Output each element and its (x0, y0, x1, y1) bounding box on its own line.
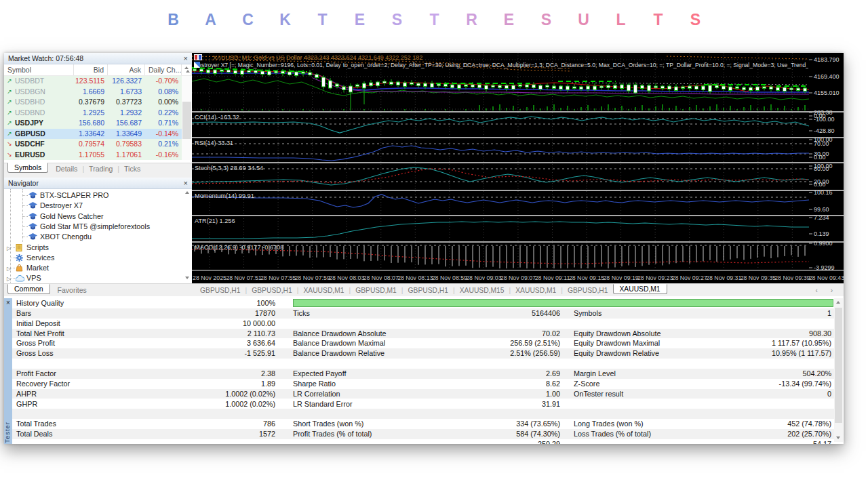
tab-scroll-arrows[interactable]: ‹ › (816, 287, 838, 294)
navigator-tab[interactable]: Favorites (53, 286, 92, 294)
market-watch-tab[interactable]: Trading (84, 165, 117, 173)
metric-label: Total Deals (16, 429, 52, 439)
scroll-up-icon[interactable] (184, 66, 189, 69)
navigator-item-label: Market (26, 263, 49, 273)
close-icon[interactable]: × (6, 299, 10, 306)
chart-tab[interactable]: GBPUSD,H1 (195, 287, 245, 294)
chart-tab[interactable]: GBPUSD,H1 (403, 287, 454, 294)
market-watch-row[interactable]: ↗USDBND1.29251.29320.22% (4, 108, 182, 119)
ask-value: 156.687 (108, 118, 145, 129)
market-watch-row[interactable]: ↘USDCHF0.795740.795830.21% (4, 139, 182, 150)
metric-value: 1 (697, 308, 831, 319)
title-letter: R (453, 11, 490, 29)
expand-icon[interactable]: ▷ (7, 243, 11, 253)
scrollbar-thumb[interactable] (835, 308, 842, 423)
navigator-item-btx-sclaper-pro[interactable]: BTX-SCLAPER PRO (4, 190, 180, 201)
tree-line (22, 195, 28, 196)
metric-label: Balance Drawdown Relative (293, 348, 384, 359)
market-watch-row[interactable]: ↗USDBHD0.376790.377230.00% (4, 97, 182, 108)
market-watch-row[interactable]: ↗USDJPY156.680156.6870.71% (4, 118, 182, 129)
ea-params-part1: Destroyer X7 [=; Magic_Number=9196, Lots… (194, 62, 341, 68)
close-icon[interactable]: × (184, 53, 188, 64)
expand-icon[interactable]: ▷ (7, 274, 11, 283)
time-axis-label: 28 Nov 08:13 (397, 274, 433, 281)
column-header-dailych[interactable]: Daily Ch... (145, 64, 182, 75)
navigator-item-gold-news-catcher[interactable]: Gold News Catcher (4, 211, 180, 222)
column-header-symbol[interactable]: Symbol (4, 64, 74, 75)
tester-scrollbar[interactable] (834, 298, 843, 442)
chart-tab[interactable]: XAUUSD,M1 (613, 284, 667, 294)
market-watch-row[interactable]: ↗USDBDT123.5115126.3327-0.70% (4, 76, 182, 87)
bid-value: 0.37679 (74, 97, 108, 108)
up-arrow-icon: ↗ (4, 118, 15, 129)
price-scale-label: 4155.010 (814, 89, 840, 96)
candle-chart-icon[interactable] (194, 54, 202, 60)
tester-row[interactable]: Total Net Profit2 110.73Balance Drawdown… (12, 329, 834, 339)
tester-row[interactable]: Bars17870Ticks5164406Symbols1 (12, 308, 834, 319)
column-header-bid[interactable]: Bid (74, 64, 108, 75)
metric-label: Profit Trades (% of total) (293, 429, 372, 439)
metric-label: Total Net Profit (16, 329, 64, 339)
time-axis-label: 28 Nov 08:07 (363, 274, 399, 281)
navigator-item-gold-star-mt5-simpleforextools[interactable]: Gold Star MT5 @simpleforextools (4, 222, 180, 232)
strategy-tester-strip[interactable]: × Strategy Tester (4, 298, 12, 444)
tester-row[interactable]: Total Trades786Short Trades (won %)334 (… (12, 419, 834, 429)
navigator-item-scripts[interactable]: ▷Scripts (4, 243, 180, 253)
scroll-up-icon[interactable] (836, 301, 840, 304)
title-letter: B (155, 11, 192, 29)
tester-row[interactable]: AHPR1.0002 (0.02%)LR Correlation1.00OnTe… (12, 389, 834, 399)
metric-label: Symbols (574, 308, 601, 319)
tester-row[interactable]: Total Deals1572Profit Trades (% of total… (12, 429, 834, 439)
column-header-ask[interactable]: Ask (108, 64, 145, 75)
chart-tab[interactable]: GBPUSD,M1 (351, 287, 401, 294)
market-watch-tab[interactable]: Details (51, 165, 82, 173)
scroll-down-icon[interactable] (836, 436, 840, 439)
market-watch-row[interactable]: ↗GBPUSD1.336421.33649-0.14% (4, 129, 182, 140)
chart-tab[interactable]: GBPUSD,H1 (563, 287, 613, 294)
market-watch-scrollbar[interactable] (182, 76, 192, 160)
tester-row[interactable]: History Quality100% (12, 298, 834, 308)
page-title: BACKTESTRESULTS (155, 11, 713, 29)
tree-line (22, 205, 28, 206)
navigator-item-label: Gold News Catcher (40, 211, 104, 222)
market-watch-row[interactable]: ↘EURUSD1.170551.17061-0.16% (4, 150, 182, 161)
time-axis-label: 28 Nov 07:55 (260, 274, 296, 281)
chart-tab[interactable]: XAUUSD,M1 (298, 287, 349, 294)
market-watch-tab[interactable]: Ticks (119, 165, 145, 173)
chart-tab[interactable]: GBPUSD,H1 (247, 287, 297, 294)
chg-value: 0.21% (145, 139, 182, 150)
tester-row[interactable] (12, 359, 834, 369)
tester-row[interactable]: GHPR1.0002 (0.02%)LR Standard Error31.91 (12, 399, 834, 409)
navigator-item-label: BTX-SCLAPER PRO (40, 190, 108, 201)
navigator-tab[interactable]: Common (7, 284, 50, 294)
close-icon[interactable]: × (184, 178, 188, 188)
metric-value: 2 110.73 (168, 329, 275, 339)
metric-label: Z-Score (574, 379, 599, 389)
tester-row[interactable]: Profit Factor2.38Expected Payoff2.69Marg… (12, 369, 834, 379)
title-letter: K (267, 11, 304, 29)
navigator-item-vps[interactable]: ▷VPS (4, 273, 180, 283)
bid-value: 123.5115 (74, 76, 108, 87)
navigator-item-destroyer-x7[interactable]: Destroyer X7 (4, 201, 180, 211)
scroll-down-icon[interactable] (185, 277, 189, 279)
tester-row[interactable]: Initial Deposit10 000.00 (12, 319, 834, 329)
price-chart[interactable]: XAUUSD, M1: Gold vs US Dollar 4323.243 4… (192, 53, 844, 283)
price-scale-label: 7.234 (814, 214, 829, 221)
scrollbar-thumb[interactable] (182, 102, 191, 139)
navigator-item-market[interactable]: ▷Market (4, 263, 180, 273)
tester-row[interactable]: Recovery Factor1.89Sharpe Ratio8.62Z-Sco… (12, 379, 834, 389)
tester-row[interactable]: Gross Profit3 636.64Balance Drawdown Max… (12, 338, 834, 348)
chart-tab[interactable]: XAUUSD,M15 (455, 287, 509, 294)
navigator-item-xbot-chengdu[interactable]: XBOT Chengdu (4, 232, 180, 242)
expand-icon[interactable]: ▷ (7, 264, 11, 274)
scroll-up-icon[interactable] (185, 191, 189, 194)
chart-tab[interactable]: XAUUSD,M1 (511, 287, 561, 294)
market-watch-tab[interactable]: Symbols (7, 163, 48, 173)
tester-row[interactable] (12, 409, 834, 419)
navigator-item-services[interactable]: Services (4, 253, 180, 263)
symbol-label: USDBHD (15, 97, 74, 108)
market-watch-row[interactable]: ↗USDBGN1.66691.67330.08% (4, 87, 182, 98)
up-arrow-icon: ↗ (4, 76, 15, 87)
tester-row[interactable]: Gross Loss-1 525.91Balance Drawdown Rela… (12, 348, 834, 359)
tester-row[interactable]: 250.2954.17 (12, 439, 834, 444)
